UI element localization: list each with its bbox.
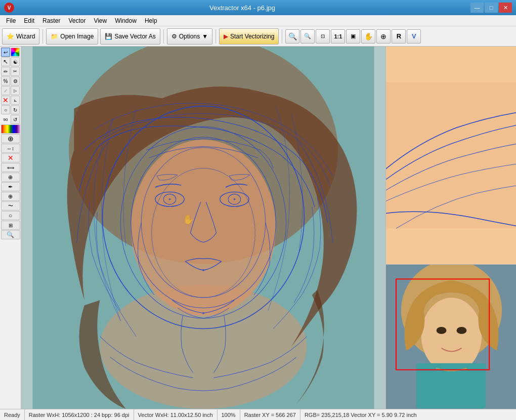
svg-point-21 — [421, 298, 482, 373]
svg-point-16 — [202, 269, 204, 271]
target-center-tool[interactable]: ⊕ — [1, 134, 20, 143]
toolbar: ⭐ Wizard 📁 Open Image 💾 Save Vector As ⚙… — [0, 26, 516, 47]
move-tool[interactable]: ↔↕ — [1, 144, 20, 153]
svg-rect-18 — [386, 82, 516, 229]
status-ready: Ready — [0, 409, 25, 420]
zoom-fit-button[interactable]: ⊡ — [316, 29, 330, 44]
skew-tool[interactable]: ⟋ — [1, 86, 10, 95]
play-icon: ▶ — [224, 33, 228, 40]
percent-tool[interactable]: % — [1, 76, 10, 86]
save-label: Save Vector As — [114, 33, 155, 40]
menu-item-file[interactable]: File — [2, 16, 20, 25]
menu-item-vector[interactable]: Vector — [64, 16, 90, 25]
toolbox: ↩ ↖ ☯ ✏ ✂ % ⚙ ⟋ ▷ ✕ ⊾ ○ ↻ 90 ↺ — [0, 47, 21, 409]
menu-item-view[interactable]: View — [90, 16, 111, 25]
canvas-area[interactable]: ✋ — [21, 47, 385, 409]
pencil-tool[interactable]: ✏ — [1, 67, 10, 76]
zoom-tool[interactable]: 🔍 — [1, 230, 20, 239]
ellipse-tool[interactable]: ○ — [1, 105, 10, 114]
zoom-ratio-button[interactable]: 1:1 — [331, 29, 345, 44]
window-title: Vextractor x64 - p6.jpg — [14, 4, 470, 12]
open-image-button[interactable]: 📁 Open Image — [46, 28, 98, 45]
raster-info-text: Raster WxH: 1056x1200 : 24 bpp: 96 dpi — [29, 412, 130, 418]
options-label: Options — [179, 33, 200, 40]
r-button[interactable]: R — [392, 29, 406, 44]
rotate-90-label: 90 — [1, 115, 10, 124]
rgb-vector-text: RGB= 235,215,18 Vector XY = 5.90 9.72 in… — [305, 412, 417, 418]
svg-point-24 — [456, 327, 466, 334]
preview-bottom-panel — [386, 265, 516, 409]
main-area: ↩ ↖ ☯ ✏ ✂ % ⚙ ⟋ ▷ ✕ ⊾ ○ ↻ 90 ↺ — [0, 47, 516, 409]
zoom-out-button[interactable]: 🔍 — [285, 29, 299, 44]
options-button[interactable]: ⚙ Options ▼ — [167, 28, 212, 45]
minimize-button[interactable]: — — [470, 3, 484, 13]
vectorize-button[interactable]: ▶ Start Vectorizing — [219, 28, 279, 45]
save-icon: 💾 — [105, 33, 112, 40]
folder-icon: 📁 — [51, 33, 58, 40]
status-raster-xy: Raster XY = 566 267 — [240, 409, 300, 420]
zoom-text: 100% — [222, 412, 236, 418]
preview-top-panel — [386, 47, 516, 265]
select-tool[interactable]: ↖ — [1, 57, 10, 66]
cross-tool[interactable]: ✕ — [1, 96, 10, 105]
wave-tool[interactable]: 〜 — [1, 201, 20, 211]
pan-button[interactable]: ✋ — [361, 29, 375, 44]
shear-tool[interactable]: ▷ — [11, 86, 20, 95]
app-logo: V — [4, 3, 14, 13]
rotate-ccw-tool[interactable]: ↺ — [11, 115, 20, 124]
svg-point-23 — [437, 327, 447, 334]
wizard-icon: ⭐ — [7, 33, 14, 40]
raster-xy-text: Raster XY = 566 267 — [244, 412, 296, 418]
vector-info-text: Vector WxH: 11.00x12.50 inch — [138, 412, 213, 418]
title-bar: V Vextractor x64 - p6.jpg — □ ✕ — [0, 0, 516, 15]
settings-tool[interactable]: ⚙ — [11, 76, 20, 86]
color-tool[interactable] — [11, 48, 20, 57]
zoom-window-button[interactable]: ▣ — [346, 29, 360, 44]
status-zoom: 100% — [218, 409, 240, 420]
preview-photo-svg — [386, 265, 516, 409]
save-vector-button[interactable]: 💾 Save Vector As — [100, 28, 160, 45]
zoom-controls: 🔍 🔍 ⊡ 1:1 ▣ ✋ ⊕ R V — [285, 29, 421, 44]
close-button[interactable]: ✕ — [499, 3, 512, 13]
status-bar: Ready Raster WxH: 1056x1200 : 24 bpp: 96… — [0, 409, 516, 420]
preview-top-svg — [386, 47, 516, 264]
right-panels — [385, 47, 516, 409]
menu-bar: FileEditRasterVectorViewWindowHelp — [0, 15, 516, 26]
svg-text:✋: ✋ — [183, 214, 194, 225]
wizard-button[interactable]: ⭐ Wizard — [2, 28, 39, 45]
pen-tool[interactable]: ✒ — [1, 182, 20, 191]
vector-canvas: ✋ — [21, 47, 385, 409]
grid-tool[interactable]: ⊞ — [1, 221, 20, 230]
zoom-ratio-label: 1:1 — [334, 33, 342, 39]
svg-point-14 — [168, 198, 170, 200]
circle-tool[interactable]: ○ — [1, 211, 20, 220]
resize-tool[interactable]: ⟺ — [1, 163, 20, 172]
svg-point-15 — [233, 198, 235, 200]
maximize-button[interactable]: □ — [485, 3, 498, 13]
v-button[interactable]: V — [407, 29, 421, 44]
add-node-tool[interactable]: ⊕ — [1, 192, 20, 201]
zoom-in-button[interactable]: 🔍 — [300, 29, 315, 44]
rotate-cw-tool[interactable]: ↻ — [11, 105, 20, 114]
menu-item-edit[interactable]: Edit — [20, 16, 38, 25]
gear-icon: ⚙ — [171, 33, 177, 40]
gradient-tool[interactable] — [1, 124, 20, 134]
delete-tool[interactable]: ✕ — [1, 153, 20, 162]
status-rgb-vector: RGB= 235,215,18 Vector XY = 5.90 9.72 in… — [300, 409, 516, 420]
angle-tool[interactable]: ⊾ — [11, 96, 20, 105]
options-dropdown-icon: ▼ — [202, 33, 208, 40]
sep3 — [216, 29, 216, 44]
open-label: Open Image — [60, 33, 94, 40]
status-ready-text: Ready — [4, 412, 20, 418]
undo-tool[interactable]: ↩ — [1, 48, 10, 57]
yin-yang-tool[interactable]: ☯ — [11, 57, 20, 66]
svg-point-17 — [202, 312, 204, 314]
menu-item-raster[interactable]: Raster — [38, 16, 64, 25]
target-button[interactable]: ⊕ — [376, 29, 391, 44]
scissors-tool[interactable]: ✂ — [11, 67, 20, 76]
menu-item-window[interactable]: Window — [111, 16, 141, 25]
menu-item-help[interactable]: Help — [141, 16, 161, 25]
sep2 — [163, 29, 164, 44]
node-tool[interactable]: ⊕ — [1, 173, 20, 182]
sep1 — [42, 29, 43, 44]
